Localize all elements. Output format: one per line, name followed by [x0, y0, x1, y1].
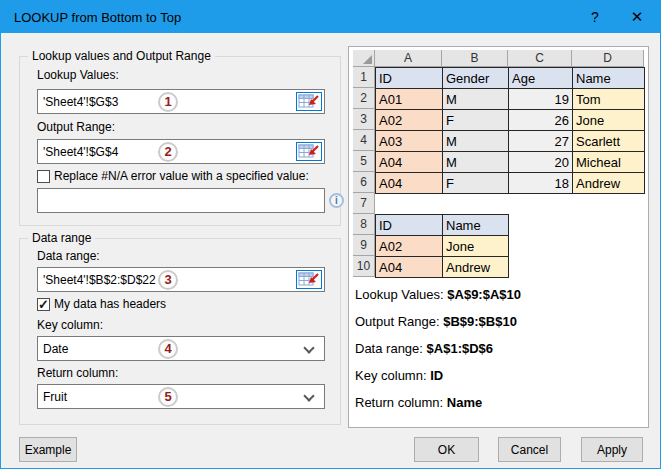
sheet-row-header: 4	[353, 130, 375, 151]
sheet-row-header: 3	[353, 109, 375, 130]
sheet-cell: 26	[509, 110, 573, 131]
my-data-has-headers-checkbox-label: My data has headers	[54, 297, 166, 311]
sheet-cell: F	[443, 110, 509, 131]
example-button[interactable]: Example	[19, 437, 77, 462]
sheet-row-header: 5	[353, 151, 375, 172]
sheet-cell: Name	[573, 68, 645, 89]
info-icon[interactable]: i	[329, 193, 344, 208]
output-range-input[interactable]: 'Sheet4'!$G$4 2	[37, 139, 325, 164]
sheet-cell: 18	[509, 173, 573, 194]
lookup-values-input[interactable]: 'Sheet4'!$G$3 1	[37, 89, 325, 114]
key-column-dropdown[interactable]: Date 4	[37, 336, 325, 361]
sheet-row-header: 8	[353, 214, 375, 235]
range-picker-icon	[298, 144, 320, 159]
range-picker-icon	[298, 272, 320, 287]
sheet-cell: Micheal	[573, 152, 645, 173]
data-range-group-legend: Data range	[28, 231, 95, 245]
preview-result-table: IDNameA02JoneA04Andrew	[375, 214, 509, 278]
sheet-cell: A04	[376, 152, 443, 173]
sheet-cell: A02	[376, 236, 443, 257]
my-data-has-headers-checkbox-box: ✓	[37, 298, 50, 311]
checkmark-icon: ✓	[38, 297, 49, 312]
summary-value: Name	[447, 395, 482, 410]
close-button[interactable]: ✕	[616, 1, 658, 33]
sheet-cell: A04	[376, 257, 443, 278]
range-picker-icon	[298, 94, 320, 109]
data-range-label: Data range:	[37, 249, 100, 263]
my-data-has-headers-checkbox[interactable]: ✓ My data has headers	[37, 297, 166, 311]
cancel-button[interactable]: Cancel	[498, 437, 561, 462]
output-range-label: Output Range:	[37, 120, 115, 134]
sheet-cell: 19	[509, 89, 573, 110]
preview-summary: Lookup Values: $A$9:$A$10Output Range: $…	[355, 281, 521, 416]
summary-label: Key column:	[355, 368, 430, 383]
sheet-cell: Andrew	[443, 257, 509, 278]
summary-value: $A$9:$A$10	[447, 287, 521, 302]
lookup-output-group-legend: Lookup values and Output Range	[28, 49, 215, 63]
sheet-cell: 27	[509, 131, 573, 152]
title-bar: LOOKUP from Bottom to Top ? ✕	[1, 1, 660, 33]
lookup-dialog: LOOKUP from Bottom to Top ? ✕ Lookup val…	[0, 0, 661, 469]
step-badge-4: 4	[158, 339, 178, 359]
sheet-cell: Age	[509, 68, 573, 89]
output-range-range-picker-button[interactable]	[296, 142, 322, 161]
sheet-cell: A01	[376, 89, 443, 110]
summary-label: Return column:	[355, 395, 447, 410]
sheet-cell: 20	[509, 152, 573, 173]
ok-button[interactable]: OK	[414, 437, 479, 462]
data-range-range-picker-button[interactable]	[296, 270, 322, 289]
lookup-values-label: Lookup Values:	[37, 68, 119, 82]
apply-button[interactable]: Apply	[581, 437, 643, 462]
select-all-triangle-icon	[363, 55, 372, 64]
sheet-col-header: D	[572, 50, 644, 67]
key-column-value: Date	[43, 342, 68, 356]
data-range-input[interactable]: 'Sheet4'!$B$2:$D$22 3	[37, 267, 325, 292]
summary-label: Output Range:	[355, 314, 443, 329]
summary-line: Data range: $A$1:$D$6	[355, 335, 521, 362]
step-badge-5: 5	[158, 387, 178, 407]
summary-value: $A$1:$D$6	[427, 341, 494, 356]
replace-value-input[interactable]	[37, 188, 325, 213]
chevron-down-icon	[303, 390, 314, 401]
sheet-cell: ID	[376, 68, 443, 89]
example-preview-panel: ABCD 12345678910 IDGenderAgeNameA01M19To…	[348, 46, 649, 428]
sheet-row-header: 6	[353, 172, 375, 193]
key-column-label: Key column:	[37, 318, 103, 332]
sheet-col-header: C	[508, 50, 572, 67]
step-badge-2: 2	[158, 142, 178, 162]
sheet-cell: A04	[376, 173, 443, 194]
sheet-cell: M	[443, 89, 509, 110]
step-badge-3: 3	[158, 270, 178, 290]
sheet-col-header: A	[375, 50, 442, 67]
preview-source-table: IDGenderAgeNameA01M19TomA02F26JoneA03M27…	[375, 67, 645, 194]
return-column-value: Fruit	[43, 390, 67, 404]
summary-line: Key column: ID	[355, 362, 521, 389]
summary-value: ID	[430, 368, 443, 383]
help-button[interactable]: ?	[574, 1, 616, 33]
sheet-corner-cell	[353, 50, 375, 67]
lookup-values-value: 'Sheet4'!$G$3	[43, 95, 118, 109]
sheet-cell: Scarlett	[573, 131, 645, 152]
summary-value: $B$9:$B$10	[443, 314, 517, 329]
sheet-row-header: 9	[353, 235, 375, 256]
replace-na-checkbox[interactable]: Replace #N/A error value with a specifie…	[37, 169, 309, 183]
summary-line: Lookup Values: $A$9:$A$10	[355, 281, 521, 308]
sheet-cell: Andrew	[573, 173, 645, 194]
chevron-down-icon	[303, 342, 314, 353]
sheet-cell: M	[443, 131, 509, 152]
summary-line: Output Range: $B$9:$B$10	[355, 308, 521, 335]
lookup-values-range-picker-button[interactable]	[296, 92, 322, 111]
dialog-title: LOOKUP from Bottom to Top	[1, 10, 181, 25]
return-column-label: Return column:	[37, 366, 118, 380]
replace-na-checkbox-box	[37, 170, 50, 183]
sheet-cell: ID	[376, 215, 443, 236]
summary-label: Data range:	[355, 341, 427, 356]
output-range-value: 'Sheet4'!$G$4	[43, 145, 118, 159]
sheet-cell: M	[443, 152, 509, 173]
step-badge-1: 1	[158, 92, 178, 112]
return-column-dropdown[interactable]: Fruit 5	[37, 384, 325, 409]
sheet-cell: Tom	[573, 89, 645, 110]
sheet-cell: Name	[443, 215, 509, 236]
sheet-cell: Jone	[443, 236, 509, 257]
sheet-cell: A02	[376, 110, 443, 131]
